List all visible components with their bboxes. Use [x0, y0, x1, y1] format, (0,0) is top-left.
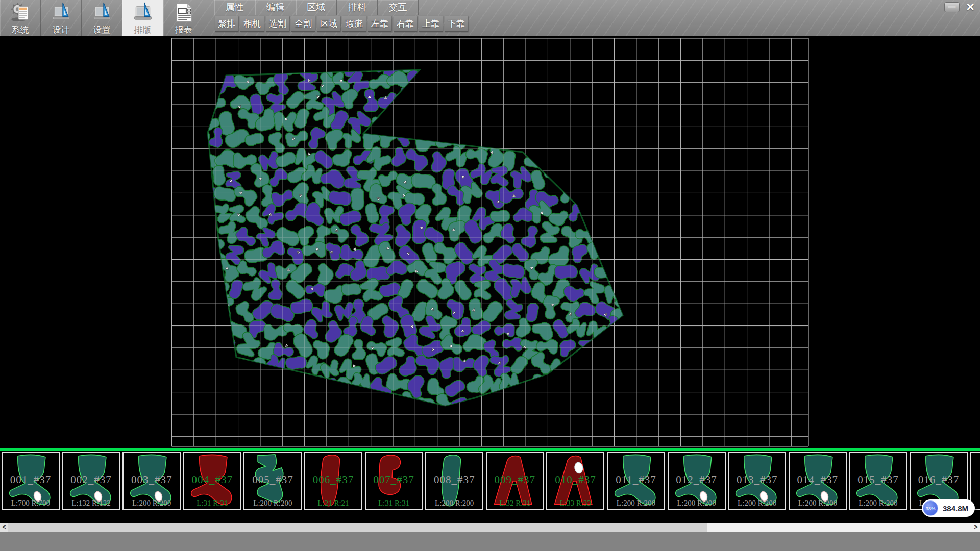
report-document-icon	[173, 2, 195, 23]
pattern-counts: L:33 R:33	[547, 499, 603, 508]
nav-button-label: 设计	[53, 24, 70, 36]
settings-ruler-icon	[91, 2, 113, 23]
scrollbar-thumb[interactable]	[8, 523, 707, 532]
nav-button-label: 报表	[175, 24, 192, 36]
pattern-name: 013_#37	[729, 473, 785, 486]
menu-tab[interactable]: 交互	[378, 0, 419, 15]
tool-button[interactable]: 瑕疵	[342, 16, 366, 32]
pattern-thumbnail[interactable]: 012_#37L:200 R:200	[668, 452, 726, 510]
nav-button-settings-ruler[interactable]: 设置	[82, 0, 122, 36]
nav-button-gear-document[interactable]: 系统	[0, 0, 41, 36]
pattern-name: 004_#37	[184, 473, 240, 486]
app-window: 系统设计设置排版报表 属性编辑区域排料交互 聚排相机选割全割区域瑕疵左靠右靠上靠…	[0, 0, 980, 551]
pattern-counts: L:21 R:21	[305, 499, 361, 508]
pattern-name: 012_#37	[669, 473, 725, 486]
pattern-name: 001_#37	[3, 473, 59, 486]
pattern-thumbnail[interactable]: 001_#37L:700 R:700	[2, 452, 60, 510]
nesting-layout-drawing	[0, 36, 980, 448]
menu-tab-bar: 属性编辑区域排料交互	[214, 0, 419, 15]
memory-size-label: 384.8M	[943, 504, 968, 513]
layout-ruler-icon	[132, 2, 154, 23]
pattern-name: 014_#37	[790, 473, 846, 486]
pattern-thumbnail[interactable]: 011_#37L:200 R:200	[607, 452, 665, 510]
pattern-name: 008_#37	[426, 473, 482, 486]
tool-button[interactable]: 左靠	[368, 16, 391, 32]
scroll-left-arrow[interactable]: <	[0, 523, 8, 532]
menu-tab[interactable]: 区域	[296, 0, 337, 15]
filmstrip-top-border	[0, 448, 980, 451]
memory-percent-indicator: 38%	[923, 500, 938, 516]
menu-tab[interactable]: 属性	[214, 0, 255, 15]
pattern-counts: L:32 R:31	[487, 499, 543, 508]
pattern-thumbnail[interactable]: 015_#37L:200 R:200	[849, 452, 907, 510]
tool-button[interactable]: 全割	[291, 16, 315, 32]
pattern-counts: L:200 R:200	[790, 499, 846, 508]
memory-percent-label: 38%	[925, 506, 935, 511]
nav-button-report-document[interactable]: 报表	[163, 0, 204, 36]
scroll-right-arrow[interactable]: >	[972, 523, 980, 532]
pattern-counts: L:200 R:200	[669, 499, 725, 508]
pattern-name: 002_#37	[63, 473, 119, 486]
nav-button-label: 排版	[134, 24, 152, 36]
pattern-name: 003_#37	[124, 473, 180, 486]
status-bar	[0, 532, 980, 551]
tool-button[interactable]: 下靠	[445, 16, 468, 32]
nav-button-label: 系统	[12, 24, 29, 36]
nav-button-group: 系统设计设置排版报表	[0, 0, 204, 36]
pattern-counts: L:31 R:31	[366, 499, 422, 508]
pattern-counts: L:200 R:200	[244, 499, 301, 508]
menu-tab[interactable]: 排料	[337, 0, 378, 15]
pattern-counts: L:200 R:200	[124, 499, 180, 508]
pattern-thumbnail[interactable]: 013_#37L:200 R:200	[728, 452, 786, 510]
nesting-canvas[interactable]	[0, 36, 980, 448]
memory-badge: 38% 384.8M	[922, 499, 975, 517]
pattern-counts: L:31 R:31	[184, 499, 240, 508]
pattern-name: 006_#37	[305, 473, 361, 486]
horizontal-scrollbar[interactable]: < >	[0, 523, 980, 532]
pattern-name: 009_#37	[487, 473, 543, 486]
pattern-thumbnail[interactable]: 014_#37L:200 R:200	[789, 452, 847, 510]
pattern-thumbnail[interactable]: 006_#37L:21 R:21	[304, 452, 362, 510]
pattern-name: 015_#37	[850, 473, 906, 486]
tool-button[interactable]: 选割	[266, 16, 289, 32]
pattern-thumbnail[interactable]: 007_#37L:31 R:31	[365, 452, 423, 510]
pattern-thumbnail[interactable]: 005_#37L:200 R:200	[243, 452, 302, 510]
pattern-thumbnail[interactable]: 008_#37L:200 R:200	[425, 452, 483, 510]
pattern-name: 007_#37	[366, 473, 422, 486]
tool-button[interactable]: 上靠	[419, 16, 443, 32]
nav-button-layout-ruler[interactable]: 排版	[122, 0, 163, 36]
pattern-thumbnail[interactable]: 003_#37L:200 R:200	[122, 452, 181, 510]
tool-button[interactable]: 右靠	[394, 16, 417, 32]
pattern-thumbnail[interactable]: 009_#37L:32 R:31	[486, 452, 544, 510]
design-ruler-icon	[50, 2, 72, 23]
pattern-name: 005_#37	[244, 473, 301, 486]
pattern-name: 011_#37	[608, 473, 664, 486]
pattern-thumbnail[interactable]: 002_#37L:132 R:132	[62, 452, 120, 510]
main-toolbar: 系统设计设置排版报表 属性编辑区域排料交互 聚排相机选割全割区域瑕疵左靠右靠上靠…	[0, 0, 980, 36]
pattern-filmstrip: 001_#37L:700 R:700002_#37L:132 R:132003_…	[0, 448, 980, 512]
pattern-counts: L:200 R:200	[608, 499, 664, 508]
pattern-thumbnail[interactable]: 010_#37L:33 R:33	[546, 452, 604, 510]
pattern-counts: L:132 R:132	[63, 499, 119, 508]
pattern-thumbnail[interactable]: 004_#37L:31 R:31	[183, 452, 241, 510]
pattern-counts: L:200 R:200	[850, 499, 906, 508]
pattern-counts: L:200 R:200	[426, 499, 482, 508]
pattern-counts: L:700 R:700	[3, 499, 59, 508]
tool-button-row: 聚排相机选割全割区域瑕疵左靠右靠上靠下靠	[215, 16, 470, 32]
pattern-name: 016_#37	[911, 473, 967, 486]
window-controls: — ✕	[944, 2, 977, 13]
nav-button-label: 设置	[93, 24, 111, 36]
pattern-shape	[971, 453, 980, 509]
pattern-name: 010_#37	[547, 473, 603, 486]
close-button[interactable]: ✕	[964, 2, 977, 13]
menu-tab[interactable]: 编辑	[255, 0, 296, 15]
minimize-button[interactable]: —	[944, 2, 960, 12]
tool-button[interactable]: 区域	[317, 16, 340, 32]
nav-button-design-ruler[interactable]: 设计	[41, 0, 82, 36]
tool-button[interactable]: 聚排	[215, 16, 238, 32]
tool-button[interactable]: 相机	[240, 16, 264, 32]
pattern-counts: L:200 R:200	[729, 499, 785, 508]
gear-document-icon	[9, 2, 32, 23]
